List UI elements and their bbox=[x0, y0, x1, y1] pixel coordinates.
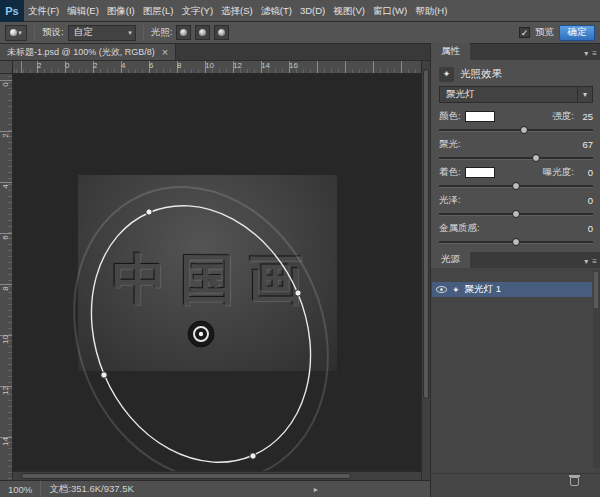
tab-properties[interactable]: 属性 bbox=[431, 43, 470, 60]
visibility-eye-icon[interactable] bbox=[436, 286, 447, 293]
panel-menu-icon[interactable]: ≡ bbox=[592, 257, 597, 266]
vertical-scrollbar[interactable] bbox=[421, 61, 430, 480]
menu-item-help[interactable]: 帮助(H) bbox=[411, 0, 451, 21]
menu-item-3d[interactable]: 3D(D) bbox=[296, 0, 329, 21]
lights-label: 光照: bbox=[151, 26, 173, 39]
focus-slider-track[interactable] bbox=[439, 157, 593, 160]
status-bar: 100% 文档:351.6K/937.5K ▸ bbox=[0, 480, 430, 497]
metallic-slider bbox=[439, 237, 593, 247]
spotlight-handle-left[interactable] bbox=[101, 372, 107, 378]
close-icon[interactable]: × bbox=[162, 48, 168, 57]
menu-item-filter[interactable]: 滤镜(T) bbox=[257, 0, 296, 21]
right-panel: 属性 ▾ ≡ ✦ 光照效果 聚光灯 ▾ 颜色: 强度: 25 bbox=[430, 44, 600, 497]
ruler-number: 14 bbox=[1, 435, 10, 449]
ruler-number: 12 bbox=[233, 61, 242, 70]
vertical-scrollbar-thumb[interactable] bbox=[423, 69, 429, 399]
focus-group: 67 bbox=[577, 139, 593, 150]
metallic-value[interactable]: 0 bbox=[577, 223, 593, 234]
ruler-number: 2 bbox=[1, 129, 10, 143]
ruler-number: 2 bbox=[93, 61, 97, 70]
delete-light-trash-icon[interactable] bbox=[570, 477, 579, 486]
collapse-icon[interactable]: ▾ bbox=[584, 49, 588, 58]
horizontal-ruler[interactable]: 2 0 2 4 6 8 10 12 14 16 bbox=[13, 61, 421, 74]
ruler-number: 16 bbox=[289, 61, 298, 70]
tool-preset-icon bbox=[10, 29, 17, 36]
intensity-slider-track[interactable] bbox=[439, 129, 593, 132]
exposure-slider-thumb[interactable] bbox=[512, 182, 520, 190]
ruler-number: 0 bbox=[1, 78, 10, 92]
intensity-slider-thumb[interactable] bbox=[520, 126, 528, 134]
spotlight-handle-top[interactable] bbox=[146, 209, 152, 215]
ruler-number: 2 bbox=[37, 61, 41, 70]
colorize-label: 着色: bbox=[439, 166, 461, 179]
intensity-label: 强度: bbox=[552, 110, 574, 123]
photoshop-window: Ps 文件(F) 编辑(E) 图像(I) 图层(L) 文字(Y) 选择(S) 滤… bbox=[0, 0, 600, 497]
panel-menu-icon[interactable]: ≡ bbox=[592, 49, 597, 58]
preset-dropdown[interactable]: 自定 ▾ bbox=[68, 25, 136, 41]
infinite-light-icon[interactable] bbox=[214, 25, 229, 40]
spotlight-falloff-ellipse[interactable] bbox=[30, 147, 373, 480]
menu-item-view[interactable]: 视图(V) bbox=[329, 0, 369, 21]
menu-item-image[interactable]: 图像(I) bbox=[103, 0, 139, 21]
lights-scrollbar[interactable] bbox=[593, 270, 600, 468]
menu-item-file[interactable]: 文件(F) bbox=[24, 0, 63, 21]
preview-checkbox[interactable]: ✓ bbox=[519, 27, 530, 38]
properties-panel-header: 属性 ▾ ≡ bbox=[431, 44, 600, 60]
trash-lid bbox=[569, 475, 580, 477]
infinite-light-glyph bbox=[218, 29, 225, 36]
spotlight-handle-right[interactable] bbox=[295, 290, 301, 296]
spotlight-center-dot bbox=[199, 332, 203, 336]
gloss-label: 光泽: bbox=[439, 194, 461, 207]
menu-item-edit[interactable]: 编辑(E) bbox=[63, 0, 103, 21]
menu-item-select[interactable]: 选择(S) bbox=[217, 0, 257, 21]
gloss-value[interactable]: 0 bbox=[577, 195, 593, 206]
exposure-group: 曝光度: 0 bbox=[543, 166, 593, 179]
light-list-item[interactable]: ✦ 聚光灯 1 bbox=[432, 282, 592, 297]
color-swatch[interactable] bbox=[465, 111, 495, 122]
canvas[interactable]: 中国画 bbox=[13, 74, 421, 480]
spot-light-item-icon: ✦ bbox=[452, 285, 460, 295]
menu-item-type[interactable]: 文字(Y) bbox=[177, 0, 217, 21]
light-type-value: 聚光灯 bbox=[440, 88, 577, 101]
colorize-swatch[interactable] bbox=[465, 167, 495, 178]
spot-light-icon[interactable] bbox=[195, 25, 210, 40]
color-label: 颜色: bbox=[439, 110, 461, 123]
intensity-value[interactable]: 25 bbox=[577, 111, 593, 122]
intensity-slider bbox=[439, 125, 593, 135]
chevron-down-icon: ▾ bbox=[18, 29, 22, 37]
menu-item-layer[interactable]: 图层(L) bbox=[139, 0, 178, 21]
point-light-glyph bbox=[180, 29, 187, 36]
ok-button[interactable]: 确定 bbox=[559, 25, 595, 41]
tool-preset-picker[interactable]: ▾ bbox=[5, 25, 27, 41]
ruler-origin-corner[interactable] bbox=[0, 61, 13, 74]
tab-lights[interactable]: 光源 bbox=[431, 251, 470, 268]
preview-label: 预览 bbox=[535, 26, 554, 39]
zoom-level-field[interactable]: 100% bbox=[0, 484, 40, 495]
focus-slider-thumb[interactable] bbox=[532, 154, 540, 162]
light-type-dropdown[interactable]: 聚光灯 ▾ bbox=[439, 86, 593, 103]
document-size-info: 文档:351.6K/937.5K bbox=[41, 483, 134, 496]
separator bbox=[143, 25, 144, 41]
exposure-label: 曝光度: bbox=[543, 166, 574, 179]
vertical-ruler[interactable]: 0 2 4 6 8 10 12 14 bbox=[0, 74, 13, 480]
focus-value[interactable]: 67 bbox=[577, 139, 593, 150]
metallic-group: 0 bbox=[577, 223, 593, 234]
horizontal-scrollbar-thumb[interactable] bbox=[21, 473, 351, 479]
ruler-number: 8 bbox=[177, 61, 181, 70]
horizontal-scrollbar[interactable] bbox=[13, 471, 421, 480]
spotlight-handle-bottom[interactable] bbox=[250, 453, 256, 459]
lighting-effects-icon: ✦ bbox=[439, 67, 454, 82]
point-light-icon[interactable] bbox=[176, 25, 191, 40]
metallic-slider-thumb[interactable] bbox=[512, 238, 520, 246]
focus-label: 聚光: bbox=[439, 138, 461, 151]
options-bar: ▾ 预设: 自定 ▾ 光照: ✓ 预览 确定 bbox=[0, 22, 600, 44]
menu-item-window[interactable]: 窗口(W) bbox=[369, 0, 411, 21]
lights-scrollbar-thumb[interactable] bbox=[594, 272, 598, 308]
preset-value: 自定 bbox=[74, 26, 93, 39]
gloss-slider-thumb[interactable] bbox=[512, 210, 520, 218]
collapse-icon[interactable]: ▾ bbox=[584, 257, 588, 266]
exposure-value[interactable]: 0 bbox=[577, 167, 593, 178]
status-popup-arrow-icon[interactable]: ▸ bbox=[314, 485, 318, 494]
document-tab[interactable]: 未标题-1.psd @ 100% (光效, RGB/8) × bbox=[0, 44, 176, 60]
lights-panel-footer bbox=[431, 473, 600, 489]
